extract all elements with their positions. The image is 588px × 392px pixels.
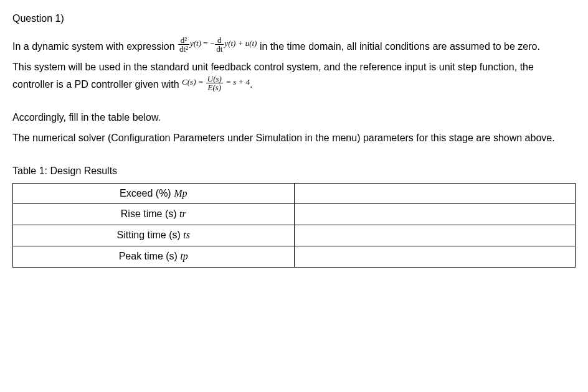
table-row: Peak time (s) tp <box>13 246 576 267</box>
row-label: Exceed (%) Mp <box>13 183 295 204</box>
row-value <box>294 225 576 246</box>
equation-2: C(s) = U(s) E(s) = s + 4 <box>182 75 250 91</box>
eq2-rhs: = s + 4 <box>224 77 250 86</box>
paragraph-4: The numerical solver (Configuration Para… <box>12 129 576 147</box>
para1-pre: In a dynamic system with expression <box>12 41 178 52</box>
label-sym: tr <box>179 208 186 219</box>
paragraph-3: Accordingly, fill in the table below. <box>12 109 576 127</box>
eq1-rhs1-den: dt <box>215 45 224 53</box>
label-sym: tp <box>180 251 187 261</box>
paragraph-1: In a dynamic system with expression d² d… <box>12 38 576 56</box>
design-results-table: Exceed (%) Mp Rise time (s) tr Sitting t… <box>12 183 576 268</box>
table-caption: Table 1: Design Results <box>12 162 576 180</box>
eq1-lhs-sym: y(t) <box>190 39 201 49</box>
table-row: Rise time (s) tr <box>13 204 576 225</box>
eq2-csym: C(s) = <box>182 77 206 86</box>
equation-1: d² dt² y(t) = − d dt y(t) + u(t) <box>178 36 257 53</box>
para2-pre: This system will be used in the standard… <box>12 62 534 90</box>
row-label: Peak time (s) tp <box>13 246 295 267</box>
eq1-rhs1-sym: y(t) + u(t) <box>224 39 257 49</box>
eq1-lhs-num: d² <box>178 36 189 45</box>
eq1-rhs1-num: d <box>215 36 224 45</box>
para2-post: . <box>250 79 252 90</box>
label-sym: ts <box>183 230 190 240</box>
label-text: Sitting time (s) <box>117 230 181 240</box>
label-text: Rise time (s) <box>121 208 177 219</box>
table-row: Exceed (%) Mp <box>13 183 576 204</box>
eq1-eq: = − <box>201 39 214 49</box>
para1-post: in the time domain, all initial conditio… <box>260 41 540 52</box>
label-sym: Mp <box>174 188 187 198</box>
question-title: Question 1) <box>12 10 576 28</box>
row-label: Sitting time (s) ts <box>13 225 295 246</box>
row-value <box>294 204 576 225</box>
eq1-lhs-den: dt² <box>178 45 189 53</box>
eq2-den: E(s) <box>206 83 223 91</box>
table-row: Sitting time (s) ts <box>13 225 576 246</box>
label-text: Exceed (%) <box>120 188 171 198</box>
paragraph-2: This system will be used in the standard… <box>12 58 576 95</box>
row-value <box>294 183 576 204</box>
label-text: Peak time (s) <box>119 251 178 261</box>
row-value <box>294 246 576 267</box>
row-label: Rise time (s) tr <box>13 204 295 225</box>
eq2-num: U(s) <box>206 75 223 83</box>
